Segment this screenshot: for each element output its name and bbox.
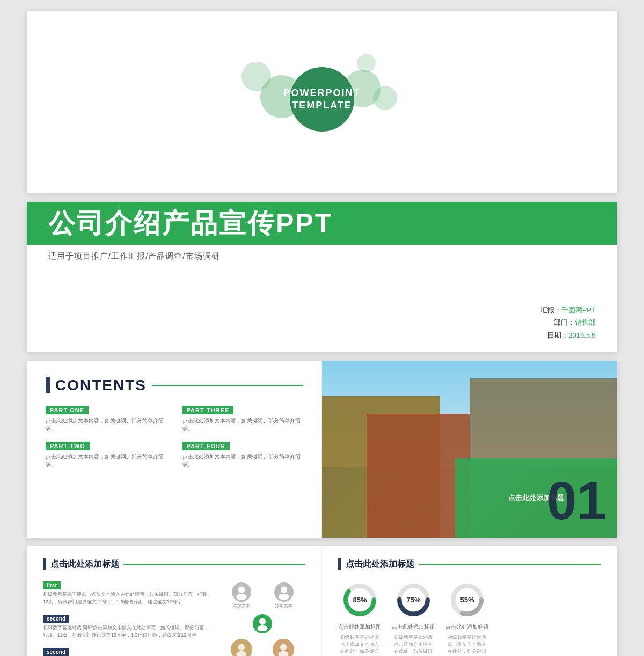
donut-svg-1: 85%: [340, 580, 380, 620]
svg-point-7: [237, 651, 247, 656]
right-panel-line: [419, 564, 601, 565]
part-3-desc: 点击此处添加文本内容，如关键词、部分简单介绍等。: [182, 417, 303, 433]
text-items: first 初级数字基础习惯点击添加文本输入在此处填写，如关键词、部分前言，行政…: [43, 580, 213, 656]
donut-1-sublabel: 初级数字基础对话点击添加文本输入在此处，如关键词: [338, 634, 381, 655]
contents-block-accent: [46, 377, 50, 393]
text-item-second: second 初级数字基础对话'同班'点击添加文本输入在此处填写，如关键词、部分…: [43, 613, 213, 639]
part-item-1: PART ONE 点击此处添加文本内容，如关键词、部分简单介绍等。: [46, 405, 166, 433]
parts-grid: PART ONE 点击此处添加文本内容，如关键词、部分简单介绍等。 PART T…: [46, 405, 303, 469]
part-item-2: PART TWO 点击此处添加文本内容，如关键词、部分简单介绍等。: [46, 441, 166, 469]
text-second: 初级数字基础对话'同班'点击添加文本输入在此处填写，如关键词、部分前言，行政、1…: [43, 624, 213, 639]
text-first: 初级数字基础习惯点击添加文本输入在此处填写，如关键词、部分前言，行政、12页，行…: [43, 591, 213, 606]
left-panel-accent: [43, 558, 46, 570]
donut-svg-3: 55%: [447, 580, 487, 620]
avatar-2: [274, 582, 294, 602]
left-panel-line: [123, 564, 305, 565]
report-label: 汇报：: [540, 306, 561, 314]
info-date: 日期：2019.5.6: [540, 329, 596, 341]
dept-label: 部门：: [554, 318, 575, 326]
part-2-desc: 点击此处添加文本内容，如关键词、部分简单介绍等。: [46, 453, 166, 469]
contents-underline: [152, 385, 303, 386]
contents-right-panel: 点击此处添加标题 01: [322, 361, 617, 538]
donut-2-label: 点击此处添加标题: [392, 623, 435, 631]
person-1: 添加文本: [232, 582, 251, 609]
donut-svg-2: 75%: [393, 580, 434, 620]
circle-main: POWERPOINT TEMPLATE: [290, 67, 354, 132]
left-content-panel: 点击此处添加标题 first 初级数字基础习惯点击添加文本输入在此处填写，如关键…: [27, 546, 322, 656]
part-item-3: PART THREE 点击此处添加文本内容，如关键词、部分简单介绍等。: [182, 405, 303, 433]
person-2-label: 添加文本: [275, 603, 292, 609]
donut-chart-1: 85% 点击此处添加标题 初级数字基础对话点击添加文本输入在此处，如关键词: [338, 580, 381, 655]
badge-first: first: [43, 581, 61, 589]
avatar-3: [253, 614, 272, 633]
donut-1-label: 点击此处添加标题: [338, 623, 381, 631]
left-panel-header: 点击此处添加标题: [43, 558, 305, 570]
svg-point-0: [238, 587, 244, 593]
contents-title-row: CONTENTS: [46, 377, 303, 394]
donut-2-sublabel: 初级数字基础对话点击添加文本输入在此处，如关键词: [392, 634, 435, 655]
info-report: 汇报：千图网PPT: [540, 304, 596, 316]
date-label: 日期：: [547, 331, 568, 339]
circles-container: POWERPOINT TEMPLATE: [290, 67, 354, 132]
avatar-4: [231, 639, 252, 656]
part-4-desc: 点击此处添加文本内容，如关键词、部分简单介绍等。: [182, 453, 303, 469]
slide-1: 图行天下 PHOTOPHOTO.CN POWERPOINT TEMPLATE: [27, 11, 617, 193]
slide-4: 点击此处添加标题 first 初级数字基础习惯点击添加文本输入在此处填写，如关键…: [27, 546, 617, 656]
part-1-label: PART ONE: [46, 406, 89, 414]
person-4: 添加文本: [231, 639, 252, 656]
donut-chart-2: 75% 点击此处添加标题 初级数字基础对话点击添加文本输入在此处，如关键词: [392, 580, 435, 655]
avatar-1: [232, 582, 251, 602]
date-value: 2019.5.6: [568, 331, 596, 339]
svg-point-4: [259, 618, 266, 625]
part-4-label: PART FOUR: [182, 442, 230, 450]
slide-3: CONTENTS PART ONE 点击此处添加文本内容，如关键词、部分简单介绍…: [27, 361, 617, 538]
part-3-label: PART THREE: [182, 406, 233, 414]
person-1-label: 添加文本: [233, 603, 250, 609]
person-2: 添加文本: [274, 582, 294, 609]
company-main-title: 公司介绍产品宣传PPT: [48, 206, 333, 242]
green-banner: 公司介绍产品宣传PPT: [27, 202, 617, 245]
right-panel-header: 点击此处添加标题: [338, 558, 601, 570]
people-cluster: 添加文本 添加文本: [219, 580, 305, 656]
svg-point-6: [238, 644, 245, 651]
building-image: 点击此处添加标题 01: [322, 361, 617, 538]
svg-point-8: [280, 644, 287, 651]
main-title-line2: TEMPLATE: [292, 99, 352, 112]
info-box: 汇报：千图网PPT 部门：销售部 日期：2019.5.6: [540, 304, 596, 341]
avatar-5: [273, 639, 294, 656]
svg-point-3: [279, 594, 289, 600]
report-value: 千图网PPT: [561, 306, 596, 314]
info-dept: 部门：销售部: [540, 316, 596, 329]
building-2: [367, 414, 470, 538]
badge-second: second: [43, 615, 69, 623]
part-2-label: PART TWO: [46, 442, 90, 450]
svg-text:85%: 85%: [353, 596, 367, 604]
right-panel-accent: [338, 558, 341, 570]
text-item-first: first 初级数字基础习惯点击添加文本输入在此处填写，如关键词、部分前言，行政…: [43, 580, 213, 606]
slide-2: 公司介绍产品宣传PPT 适用于项目推广/工作汇报/产品调查/市场调研 汇报：千图…: [27, 202, 617, 352]
text-item-third: second 初级数字基础对话点击添加在此处填写，如关键词、部分前言，行政: [43, 646, 213, 656]
donut-chart-3: 55% 点击此处添加标题 初级数字基础对话点击添加文本输入在此处，如关键词: [445, 580, 488, 655]
dept-value: 销售部: [575, 318, 596, 326]
contents-left-panel: CONTENTS PART ONE 点击此处添加文本内容，如关键词、部分简单介绍…: [27, 361, 322, 538]
svg-text:55%: 55%: [460, 596, 474, 604]
svg-point-9: [278, 651, 288, 656]
donut-3-label: 点击此处添加标题: [445, 623, 488, 631]
subtitle-text: 适用于项目推广/工作汇报/产品调查/市场调研: [48, 251, 220, 260]
svg-text:75%: 75%: [406, 596, 421, 604]
svg-point-1: [236, 594, 246, 600]
contents-title: CONTENTS: [55, 377, 147, 394]
people-content: first 初级数字基础习惯点击添加文本输入在此处填写，如关键词、部分前言，行政…: [43, 580, 305, 656]
slide-number: 01: [547, 473, 606, 527]
part-item-4: PART FOUR 点击此处添加文本内容，如关键词、部分简单介绍等。: [182, 441, 303, 469]
person-5: 添加文本: [273, 639, 294, 656]
person-3: [253, 614, 272, 633]
charts-content: 85% 点击此处添加标题 初级数字基础对话点击添加文本输入在此处，如关键词 75…: [338, 580, 601, 655]
badge-third: second: [43, 648, 69, 656]
main-title-line1: POWERPOINT: [284, 87, 361, 99]
part-1-desc: 点击此处添加文本内容，如关键词、部分简单介绍等。: [46, 417, 166, 433]
donut-3-sublabel: 初级数字基础对话点击添加文本输入在此处，如关键词: [445, 634, 488, 655]
right-panel-title: 点击此处添加标题: [346, 559, 414, 570]
svg-point-2: [280, 587, 287, 593]
svg-point-5: [257, 625, 267, 631]
